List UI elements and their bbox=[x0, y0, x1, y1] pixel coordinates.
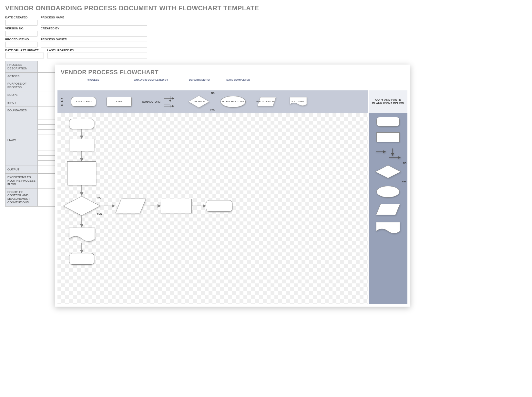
row-exceptions: EXCEPTIONS TO ROUTINE PROCESS FLOW bbox=[5, 174, 38, 188]
palette-decision-no: NO bbox=[403, 162, 407, 164]
terminator-icon: START / END bbox=[71, 97, 96, 107]
palette-step-icon[interactable] bbox=[376, 132, 400, 142]
ph-date-completed[interactable]: DATE COMPLETED bbox=[222, 78, 254, 82]
connector-arrows-icon bbox=[163, 95, 177, 108]
flowchart-canvas[interactable]: NO YES bbox=[57, 113, 368, 304]
input-process-owner[interactable] bbox=[41, 42, 147, 47]
key-step: STEP bbox=[107, 97, 132, 107]
svg-marker-6 bbox=[375, 165, 401, 178]
ph-analysis[interactable]: ANALYSIS COMPLETED BY bbox=[125, 78, 177, 82]
palette-heading: COPY AND PASTE BLANK ICONS BELOW bbox=[369, 90, 407, 113]
input-process-name[interactable] bbox=[41, 20, 147, 25]
row-boundaries: BOUNDARIES bbox=[5, 107, 38, 114]
label-date-last-update: DATE OF LAST UPDATE bbox=[5, 49, 44, 52]
canvas-document[interactable] bbox=[68, 227, 96, 245]
flowchart-panel: VENDOR PROCESS FLOWCHART PROCESS ANALYSI… bbox=[55, 65, 410, 307]
row-flow: FLOW bbox=[5, 114, 38, 166]
palette-oval-icon[interactable] bbox=[376, 186, 400, 198]
input-date-created[interactable] bbox=[5, 20, 37, 25]
canvas-step-2[interactable] bbox=[67, 161, 96, 185]
row-points: POINTS OF CONTROL AND MEASUREMENT CONVEN… bbox=[5, 188, 38, 206]
canvas-step-1[interactable] bbox=[69, 139, 94, 151]
key-connectors: CONNECTORS bbox=[142, 95, 177, 108]
palette-document-icon[interactable] bbox=[375, 221, 401, 235]
icon-palette: COPY AND PASTE BLANK ICONS BELOW NO YES bbox=[369, 90, 407, 304]
label-created-by: CREATED BY bbox=[41, 27, 147, 30]
key-decision: NO DECISION YES bbox=[188, 95, 210, 108]
label-last-updated-by: LAST UPDATED BY bbox=[47, 49, 147, 52]
palette-decision-wrap[interactable]: NO YES bbox=[375, 165, 401, 180]
input-version-no[interactable] bbox=[5, 31, 37, 36]
label-version-no: VERSION NO. bbox=[5, 27, 37, 30]
decision-no-label: NO bbox=[211, 92, 215, 94]
canvas-decision[interactable] bbox=[63, 196, 101, 218]
palette-decision-yes: YES bbox=[402, 180, 406, 183]
palette-body: NO YES bbox=[369, 113, 407, 304]
row-purpose: PURPOSE OF PROCESS bbox=[5, 80, 38, 91]
label-procedure-no: PROCEDURE NO. bbox=[5, 38, 37, 41]
canvas-terminator-1[interactable] bbox=[69, 119, 94, 129]
canvas-yes-label: YES bbox=[97, 212, 102, 215]
flowchart-link-icon: FLOWCHART LINK bbox=[220, 96, 246, 107]
panel-title: VENDOR PROCESS FLOWCHART bbox=[61, 69, 410, 76]
decision-icon: DECISION bbox=[188, 95, 210, 108]
palette-terminator-icon[interactable] bbox=[376, 117, 400, 127]
canvas-step-3[interactable] bbox=[161, 199, 192, 213]
ph-process[interactable]: PROCESS bbox=[61, 78, 125, 82]
input-date-last-update[interactable] bbox=[5, 53, 44, 58]
palette-io-icon[interactable] bbox=[375, 203, 401, 216]
key-io: INPUT / OUTPUT bbox=[256, 97, 277, 107]
input-procedure-no[interactable] bbox=[5, 42, 37, 47]
key-link: FLOWCHART LINK bbox=[220, 96, 246, 107]
canvas-io[interactable] bbox=[115, 198, 147, 215]
row-process-description: PROCESS DESCRIPTION bbox=[5, 61, 38, 73]
row-input: INPUT bbox=[5, 99, 38, 107]
key-label: KEY bbox=[60, 97, 63, 106]
label-date-created: DATE CREATED bbox=[5, 16, 37, 19]
row-scope: SCOPE bbox=[5, 91, 38, 99]
panel-header-row: PROCESS ANALYSIS COMPLETED BY DEPARTMENT… bbox=[61, 78, 410, 82]
document-title: VENDOR ONBOARDING PROCESS DOCUMENT WITH … bbox=[5, 5, 529, 12]
input-last-updated-by[interactable] bbox=[47, 53, 147, 58]
row-output: OUTPUT bbox=[5, 166, 38, 174]
connectors-label: CONNECTORS bbox=[142, 100, 160, 103]
label-process-owner: PROCESS OWNER bbox=[41, 38, 147, 41]
key-start-end: START / END bbox=[71, 97, 96, 107]
ph-departments[interactable]: DEPARTMENT(S) bbox=[177, 78, 222, 82]
svg-marker-16 bbox=[63, 196, 100, 216]
canvas-no-label: NO bbox=[97, 196, 101, 199]
canvas-terminator-2[interactable] bbox=[206, 200, 232, 212]
header-fields: DATE CREATED PROCESS NAME VERSION NO. CR… bbox=[5, 15, 529, 58]
input-created-by[interactable] bbox=[41, 31, 147, 36]
decision-yes-label: YES bbox=[210, 109, 215, 111]
svg-marker-7 bbox=[376, 204, 400, 215]
process-step-icon: STEP bbox=[107, 97, 132, 107]
row-actors: ACTORS bbox=[5, 72, 38, 80]
io-icon: INPUT / OUTPUT bbox=[256, 97, 277, 107]
palette-decision-icon[interactable] bbox=[375, 165, 401, 179]
key-document: DOCUMENT bbox=[288, 97, 309, 107]
svg-marker-17 bbox=[116, 199, 146, 213]
document-icon: DOCUMENT bbox=[288, 97, 309, 107]
palette-connector-icon[interactable] bbox=[374, 148, 402, 159]
label-process-name: PROCESS NAME bbox=[41, 16, 147, 19]
key-bar: KEY START / END STEP CONNECTORS NO DECIS… bbox=[57, 90, 368, 113]
canvas-terminator-3[interactable] bbox=[69, 253, 94, 265]
